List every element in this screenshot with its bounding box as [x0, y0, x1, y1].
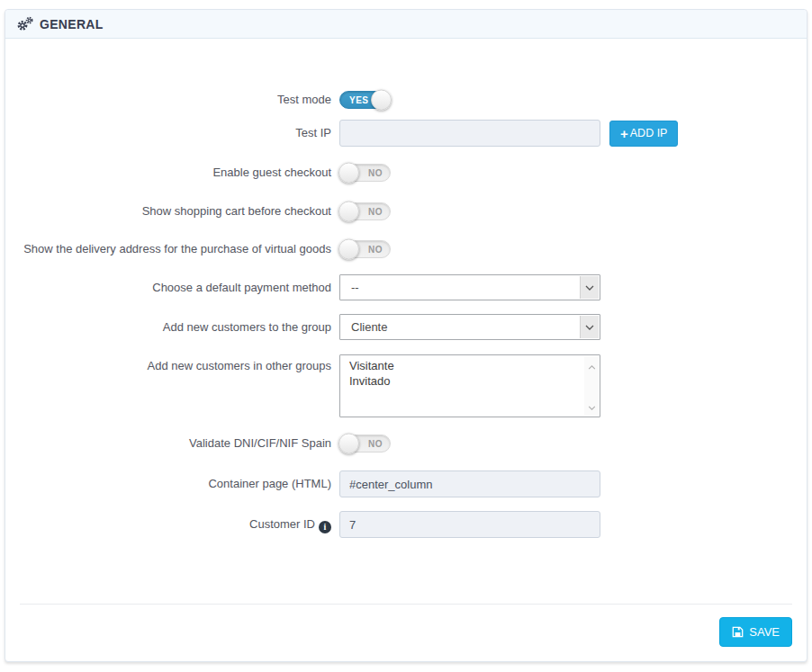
delivery-virtual-goods-toggle[interactable]: NO — [339, 240, 391, 258]
info-icon[interactable]: i — [319, 521, 331, 533]
add-ip-button[interactable]: + ADD IP — [609, 121, 678, 147]
row-new-customers-group: Add new customers to the group Cliente — [5, 314, 807, 340]
row-test-mode: Test mode YES — [5, 91, 807, 109]
row-customer-id: Customer IDi — [5, 511, 807, 538]
test-mode-toggle[interactable]: YES — [339, 91, 391, 109]
cogs-icon — [16, 16, 33, 31]
guest-checkout-label: Enable guest checkout — [5, 165, 339, 181]
plus-icon: + — [620, 127, 628, 140]
chevron-down-icon[interactable] — [588, 399, 596, 413]
toggle-state-label: NO — [368, 168, 383, 178]
toggle-knob-icon — [338, 163, 359, 184]
toggle-knob-icon — [338, 434, 359, 454]
customer-id-label: Customer IDi — [5, 516, 339, 533]
cart-before-checkout-toggle[interactable]: NO — [339, 202, 391, 220]
validate-dni-label: Validate DNI/CIF/NIF Spain — [5, 435, 339, 452]
test-mode-label: Test mode — [5, 92, 339, 108]
toggle-knob-icon — [338, 239, 359, 260]
panel-title: GENERAL — [40, 17, 104, 31]
guest-checkout-toggle[interactable]: NO — [339, 164, 391, 182]
chevron-up-icon[interactable] — [588, 359, 596, 372]
row-validate-dni: Validate DNI/CIF/NIF Spain NO — [5, 435, 807, 452]
default-payment-method-select[interactable]: -- — [339, 274, 600, 300]
settings-form: Test mode YES Test IP + ADD IP Enable gu… — [5, 39, 807, 604]
container-page-input[interactable] — [339, 470, 600, 497]
row-default-payment-method: Choose a default payment method -- — [5, 274, 807, 300]
chevron-down-icon — [580, 276, 599, 299]
new-customers-group-select[interactable]: Cliente — [339, 314, 600, 340]
test-ip-label: Test IP — [5, 125, 339, 141]
panel-header: GENERAL — [5, 10, 807, 39]
scrollbar[interactable] — [584, 356, 599, 416]
panel-footer: SAVE — [20, 604, 792, 661]
default-payment-method-label: Choose a default payment method — [5, 280, 339, 296]
save-button[interactable]: SAVE — [719, 617, 792, 647]
row-test-ip: Test IP + ADD IP — [5, 120, 807, 147]
validate-dni-toggle[interactable]: NO — [339, 435, 391, 452]
select-value: -- — [340, 281, 359, 294]
floppy-disk-icon — [732, 626, 744, 638]
customer-id-input[interactable] — [339, 511, 600, 538]
list-item[interactable]: Visitante — [340, 358, 583, 373]
row-other-groups: Add new customers in other groups Visita… — [5, 354, 807, 417]
toggle-state-label: YES — [349, 95, 369, 105]
container-page-label: Container page (HTML) — [5, 476, 339, 492]
row-delivery-virtual-goods: Show the delivery address for the purcha… — [5, 240, 807, 258]
add-ip-button-label: ADD IP — [630, 127, 668, 139]
toggle-state-label: NO — [368, 207, 383, 217]
toggle-knob-icon — [338, 202, 359, 222]
select-value: Cliente — [340, 320, 387, 334]
list-item[interactable]: Invitado — [340, 373, 583, 389]
other-groups-multiselect[interactable]: Visitante Invitado — [339, 354, 600, 417]
general-settings-panel: GENERAL Test mode YES Test IP + ADD IP — [5, 9, 807, 662]
toggle-state-label: NO — [368, 245, 383, 255]
delivery-virtual-goods-label: Show the delivery address for the purcha… — [5, 241, 339, 257]
toggle-knob-icon — [371, 90, 392, 111]
new-customers-group-label: Add new customers to the group — [5, 319, 339, 336]
row-cart-before-checkout: Show shopping cart before checkout NO — [5, 202, 807, 220]
chevron-down-icon — [580, 316, 599, 338]
cart-before-checkout-label: Show shopping cart before checkout — [5, 203, 339, 220]
save-button-label: SAVE — [749, 625, 780, 639]
row-container-page: Container page (HTML) — [5, 470, 807, 497]
test-ip-input[interactable] — [339, 120, 600, 147]
row-guest-checkout: Enable guest checkout NO — [5, 164, 807, 182]
other-groups-label: Add new customers in other groups — [5, 354, 339, 374]
toggle-state-label: NO — [368, 439, 383, 449]
